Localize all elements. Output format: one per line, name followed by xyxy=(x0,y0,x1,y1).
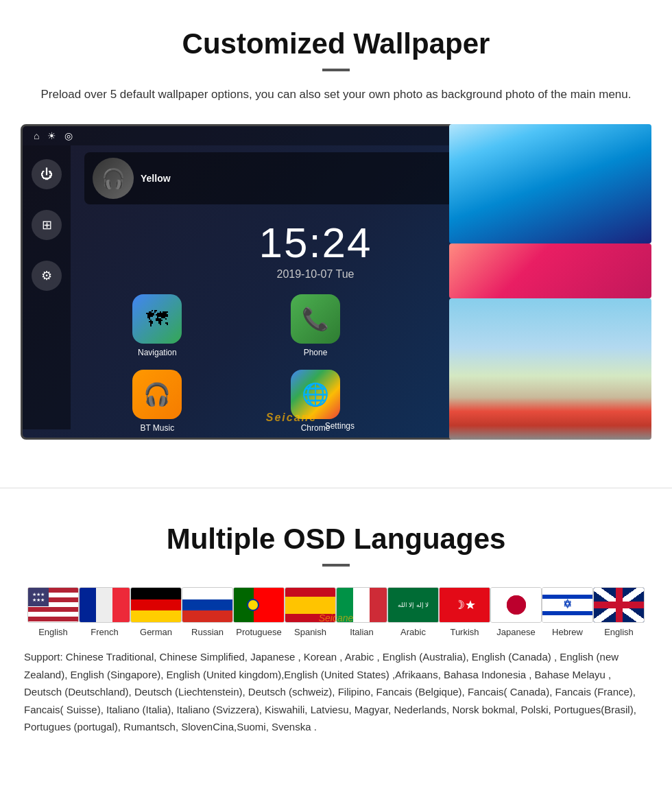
flag-label-10: Hebrew xyxy=(552,627,583,637)
flag-item-english-uk: English xyxy=(593,587,645,637)
flag-japan xyxy=(490,587,542,623)
phone-label: Phone xyxy=(304,348,328,357)
music-icon: 🎧 xyxy=(93,158,134,199)
phone-icon: 📞 xyxy=(291,294,340,344)
flag-label-2: German xyxy=(140,627,172,637)
power-button[interactable]: ⏻ xyxy=(32,159,62,189)
flag-israel: ✡ xyxy=(542,587,593,623)
flag-italy xyxy=(336,587,387,623)
languages-divider xyxy=(322,564,350,567)
flag-item-french: French xyxy=(79,587,130,637)
wallpaper-description: Preload over 5 default wallpaper options… xyxy=(27,85,645,104)
flag-spain xyxy=(285,587,336,623)
nav-label: Navigation xyxy=(138,348,177,357)
languages-title: Multiple OSD Languages xyxy=(21,523,651,556)
languages-section: Multiple OSD Languages ★★★★★★ English Fr… xyxy=(0,509,672,757)
flag-turkey: ☽★ xyxy=(439,587,490,623)
wallpaper-thumb-city[interactable] xyxy=(449,243,651,298)
flag-label-6: Italian xyxy=(350,627,374,637)
nav-icon: 🗺 xyxy=(132,294,182,344)
flag-item-turkish: ☽★ Turkish xyxy=(439,587,490,637)
settings-button[interactable]: ⚙ xyxy=(32,261,62,291)
wallpaper-thumb-bridge[interactable] xyxy=(449,298,651,440)
flag-label-4: Protuguese xyxy=(236,627,282,637)
flag-label-3: Russian xyxy=(191,627,224,637)
status-bar-left: ⌂ ☀ ◎ xyxy=(34,130,73,141)
title-divider xyxy=(322,69,350,71)
flag-portugal xyxy=(233,587,285,623)
flag-item-german: German xyxy=(130,587,182,637)
flag-label-11: English xyxy=(604,627,634,637)
flag-item-hebrew: ✡ Hebrew xyxy=(542,587,593,637)
flag-item-spanish: Spanish xyxy=(285,587,336,637)
wallpaper-title: Customized Wallpaper xyxy=(21,27,651,60)
support-text: Support: Chinese Traditional, Chinese Si… xyxy=(21,648,651,736)
flag-label-0: English xyxy=(38,627,68,637)
bt-icon: 🎧 xyxy=(132,370,182,419)
flag-item-russian: Russian xyxy=(182,587,233,637)
flags-container: ★★★★★★ English French German Russian xyxy=(21,587,651,637)
wallpaper-thumbnails xyxy=(449,124,651,440)
flag-label-8: Turkish xyxy=(450,627,479,637)
page-divider xyxy=(0,488,672,488)
flag-label-5: Spanish xyxy=(294,627,326,637)
settings-area: Settings xyxy=(325,421,355,431)
nav-app[interactable]: 🗺 Navigation xyxy=(84,294,230,357)
bt-label: BT Music xyxy=(140,423,174,433)
left-sidebar: ⏻ ⊞ ⚙ xyxy=(23,145,71,429)
flag-france xyxy=(79,587,130,623)
flag-item-arabic: لا إله إلا الله Arabic xyxy=(387,587,439,637)
bt-music-app[interactable]: 🎧 BT Music xyxy=(84,370,230,433)
flag-usa: ★★★★★★ xyxy=(27,587,79,623)
device-watermark: Seicane xyxy=(266,412,317,424)
music-title: Yellow xyxy=(141,173,171,184)
device-mockup: ⌂ ☀ ◎ 1:59 ⊞ ↩ ⏻ ⊞ ⚙ xyxy=(21,124,651,447)
wallpaper-section: Customized Wallpaper Preload over 5 defa… xyxy=(0,0,672,467)
flag-label-7: Arabic xyxy=(400,627,426,637)
flag-arabic: لا إله إلا الله xyxy=(387,587,439,623)
location-icon: ◎ xyxy=(64,130,73,141)
flag-label-1: French xyxy=(91,627,118,637)
flag-item-japanese: Japanese xyxy=(490,587,542,637)
phone-app[interactable]: 📞 Phone xyxy=(243,294,389,357)
grid-button[interactable]: ⊞ xyxy=(32,210,62,240)
flag-germany xyxy=(130,587,182,623)
flag-uk xyxy=(593,587,645,623)
flag-item-english-us: ★★★★★★ English xyxy=(27,587,79,637)
flag-item-portuguese: Protuguese xyxy=(233,587,285,637)
flag-item-italian: Italian xyxy=(336,587,387,637)
flag-russia xyxy=(182,587,233,623)
brightness-icon: ☀ xyxy=(47,130,56,141)
settings-label: Settings xyxy=(325,421,355,431)
home-icon: ⌂ xyxy=(34,130,39,141)
wallpaper-thumb-ice[interactable] xyxy=(449,124,651,243)
flag-label-9: Japanese xyxy=(496,627,535,637)
